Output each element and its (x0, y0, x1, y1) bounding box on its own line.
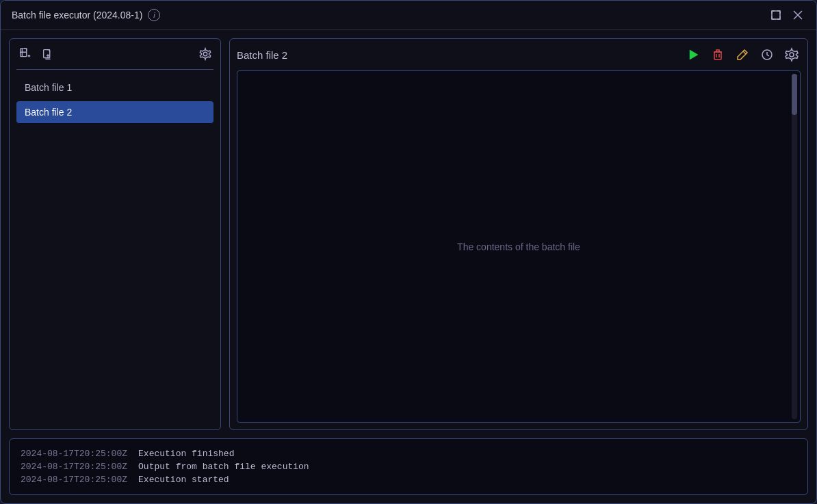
log-panel: 2024-08-17T20:25:00Z Execution finished … (9, 438, 808, 495)
svg-point-18 (790, 53, 794, 57)
right-panel-actions (684, 46, 801, 64)
svg-rect-0 (772, 11, 780, 19)
svg-point-11 (203, 52, 207, 55)
scrollbar[interactable] (792, 74, 797, 419)
right-panel: Batch file 2 (229, 38, 808, 430)
add-file-button[interactable] (16, 46, 33, 62)
main-window: Batch file executor (2024.08-1) i (0, 0, 817, 504)
content-placeholder: The contents of the batch file (457, 241, 580, 252)
batch-file-title: Batch file 2 (237, 49, 287, 61)
svg-line-16 (743, 51, 746, 54)
file-item-1[interactable]: Batch file 1 (16, 77, 213, 98)
left-panel-toolbar (16, 46, 213, 70)
history-button[interactable] (758, 46, 776, 64)
info-icon[interactable]: i (148, 9, 160, 21)
log-timestamp-1: 2024-08-17T20:25:00Z (21, 449, 127, 459)
file-item-2[interactable]: Batch file 2 (16, 101, 213, 123)
play-button[interactable] (684, 46, 702, 64)
titlebar: Batch file executor (2024.08-1) i (1, 1, 816, 30)
close-button[interactable] (790, 8, 805, 23)
log-message-2: Output from batch file execution (138, 462, 309, 472)
window-title: Batch file executor (2024.08-1) (12, 10, 142, 21)
delete-button[interactable] (709, 46, 727, 64)
left-panel: Batch file 1 Batch file 2 (9, 38, 221, 430)
maximize-button[interactable] (768, 8, 783, 23)
log-timestamp-3: 2024-08-17T20:25:00Z (21, 475, 127, 485)
log-message-3: Execution started (138, 475, 229, 485)
log-entry-1: 2024-08-17T20:25:00Z Execution finished (21, 447, 796, 460)
svg-rect-13 (714, 52, 721, 59)
titlebar-right (768, 8, 805, 23)
scrollbar-thumb (792, 74, 797, 115)
log-message-1: Execution finished (138, 449, 234, 459)
titlebar-left: Batch file executor (2024.08-1) i (12, 9, 160, 21)
upload-file-button[interactable] (40, 46, 56, 62)
svg-rect-8 (44, 50, 50, 58)
right-settings-button[interactable] (783, 46, 801, 64)
file-list: Batch file 1 Batch file 2 (16, 77, 213, 123)
main-content: Batch file 1 Batch file 2 Batch file 2 (1, 30, 816, 438)
right-panel-header: Batch file 2 (237, 46, 801, 64)
edit-button[interactable] (734, 46, 751, 64)
svg-marker-12 (690, 50, 698, 59)
left-panel-settings-button[interactable] (197, 46, 213, 62)
content-area: The contents of the batch file (237, 70, 801, 423)
log-timestamp-2: 2024-08-17T20:25:00Z (21, 462, 127, 472)
log-entry-3: 2024-08-17T20:25:00Z Execution started (21, 473, 796, 486)
log-entry-2: 2024-08-17T20:25:00Z Output from batch f… (21, 460, 796, 473)
